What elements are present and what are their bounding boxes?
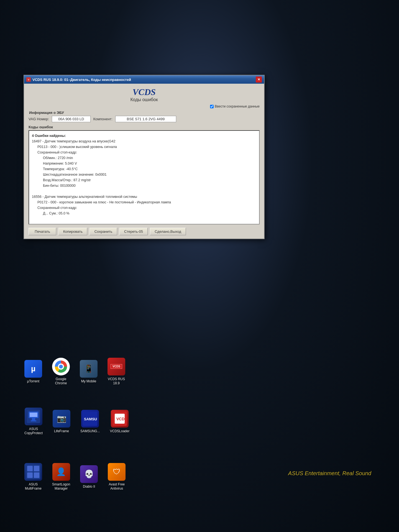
desktop: V VCDS RUS 18.9.0: 01–Двигатель, Коды не…	[0, 0, 399, 532]
diablo-label: Diablo II	[83, 485, 95, 489]
error-line-14: Д... Сум.: 05.0 %	[32, 211, 256, 216]
svg-rect-5	[30, 413, 37, 417]
svg-rect-14	[27, 466, 33, 471]
vcds-window: V VCDS RUS 18.9.0: 01–Двигатель, Коды не…	[24, 75, 265, 239]
print-button[interactable]: Печатать	[29, 228, 56, 235]
desktop-icon-asuscopyprotect[interactable]: ASUSCopyProtect	[22, 405, 45, 438]
desktop-icon-asusmultiframe[interactable]: ASUSMultiFrame	[22, 461, 44, 493]
vag-value: 06A 906 033 LD	[52, 116, 91, 122]
svg-text:VCDS: VCDS	[116, 417, 127, 421]
vcds-subtitle: Коды ошибок	[29, 97, 260, 102]
utorrent-label: µTorrent	[27, 379, 39, 384]
done-button[interactable]: Сделано,Выход	[150, 228, 186, 235]
component-label: Компонент:	[93, 117, 112, 121]
save-button[interactable]: Сохранить	[89, 228, 117, 235]
desktop-icon-vcdsrus[interactable]: VCDS VCDS RUS18.9	[105, 355, 127, 388]
chrome-label: GoogleChrome	[55, 377, 67, 386]
error-line-12: P0172 - 000 - короткое замыкание на плюс…	[32, 200, 256, 205]
vag-label: VAG Номер:	[29, 117, 49, 121]
vcdsloader-label: VCDSLoader	[110, 429, 130, 434]
error-line-8: Возд.Масса/Откр.: 87.2 mg/str	[32, 177, 256, 183]
desktop-icon-mymobile[interactable]: 📱 My Mobile	[78, 355, 100, 388]
errors-box[interactable]: 4 Ошибки найдены: 16497 - Датчик темпера…	[29, 130, 260, 224]
asus-watermark: ASUS Entertainment, Real Sound	[288, 470, 371, 477]
svg-rect-6	[32, 418, 35, 420]
asusmultiframe-label: ASUSMultiFrame	[25, 482, 42, 491]
error-line-5: Напряжение: 5.040 V	[32, 161, 256, 166]
svg-rect-7	[31, 420, 36, 421]
title-controls: ✕	[256, 76, 262, 83]
lifeframe-label: LifeFrame	[54, 429, 69, 434]
error-line-0: 4 Ошибки найдены:	[32, 133, 256, 139]
error-spacer	[32, 188, 256, 194]
error-line-2: P0113 - 000 - )слишком высокий уровень с…	[32, 144, 256, 150]
checkbox-row: Ввести сохраненные данные	[29, 104, 260, 108]
errors-label: Коды ошибок	[29, 125, 260, 129]
erase-button[interactable]: Стереть-05	[119, 228, 148, 235]
vcds-header: VCDS Коды ошибок	[29, 87, 260, 102]
error-line-3: Сохраненный стоп-кадр:	[32, 150, 256, 155]
copy-button[interactable]: Копировать	[58, 228, 87, 235]
vcds-title: VCDS	[29, 87, 260, 97]
buttons-row: Печатать Копировать Сохранить Стереть-05…	[29, 228, 260, 235]
vcdsrus-label: VCDS RUS18.9	[108, 377, 125, 386]
svg-text:SAMSUNG: SAMSUNG	[84, 417, 97, 421]
error-line-9: Бин-биты: 00100000	[32, 183, 256, 188]
saved-data-checkbox[interactable]	[210, 105, 214, 108]
svg-point-2	[59, 365, 63, 369]
error-line-1: 16497 - Датчик температуры воздуха на вп…	[32, 139, 256, 144]
ecu-row: VAG Номер: 06A 906 033 LD Компонент: BSE…	[29, 116, 260, 122]
svg-rect-15	[34, 466, 39, 471]
mymobile-label: My Mobile	[81, 379, 96, 384]
error-line-6: Температура: -40.5°C	[32, 166, 256, 172]
checkbox-label: Ввести сохраненные данные	[215, 104, 260, 108]
avast-label: Avast FreeAntivirus	[109, 482, 125, 491]
desktop-icon-diablo[interactable]: 💀 Diablo II	[78, 461, 100, 493]
ecu-section-label: Информация о ЭБУ	[29, 111, 260, 115]
svg-rect-16	[27, 472, 33, 478]
desktop-icon-samsung[interactable]: SAMSUNG SAMSUNG...	[78, 405, 102, 438]
vcds-window-icon: V	[26, 77, 31, 82]
samsung-label: SAMSUNG...	[80, 429, 100, 434]
desktop-icon-vcdsloader[interactable]: VCDS VCDSLoader	[108, 405, 132, 438]
svg-rect-17	[34, 472, 39, 478]
error-line-11: 16556 - Датчик температуры альтернативно…	[32, 194, 256, 200]
asuscopyprotect-label: ASUSCopyProtect	[24, 427, 43, 436]
desktop-icon-avast[interactable]: 🛡 Avast FreeAntivirus	[106, 461, 128, 493]
error-line-7: Шестнадцатизначное значение: 0x0001	[32, 172, 256, 177]
component-value: BSE S71 1.6 2VG 4499	[115, 116, 176, 122]
desktop-icon-lifeframe[interactable]: 📷 LifeFrame	[50, 405, 73, 438]
close-button[interactable]: ✕	[256, 76, 262, 83]
error-line-4: Об/мин.: 2720 /min	[32, 155, 256, 161]
desktop-icon-smartlogon[interactable]: 👤 SmartLogonManager	[50, 461, 72, 493]
window-content: VCDS Коды ошибок Ввести сохраненные данн…	[24, 84, 264, 239]
window-title: VCDS RUS 18.9.0: 01–Двигатель, Коды неис…	[32, 78, 131, 82]
title-bar-left: V VCDS RUS 18.9.0: 01–Двигатель, Коды не…	[26, 77, 131, 82]
desktop-icon-utorrent[interactable]: µ µTorrent	[22, 355, 44, 388]
error-line-13: Сохраненный стоп-кадр:	[32, 205, 256, 211]
title-bar: V VCDS RUS 18.9.0: 01–Двигатель, Коды не…	[24, 75, 264, 84]
smartlogon-label: SmartLogonManager	[52, 482, 70, 491]
desktop-icon-chrome[interactable]: GoogleChrome	[50, 355, 72, 388]
